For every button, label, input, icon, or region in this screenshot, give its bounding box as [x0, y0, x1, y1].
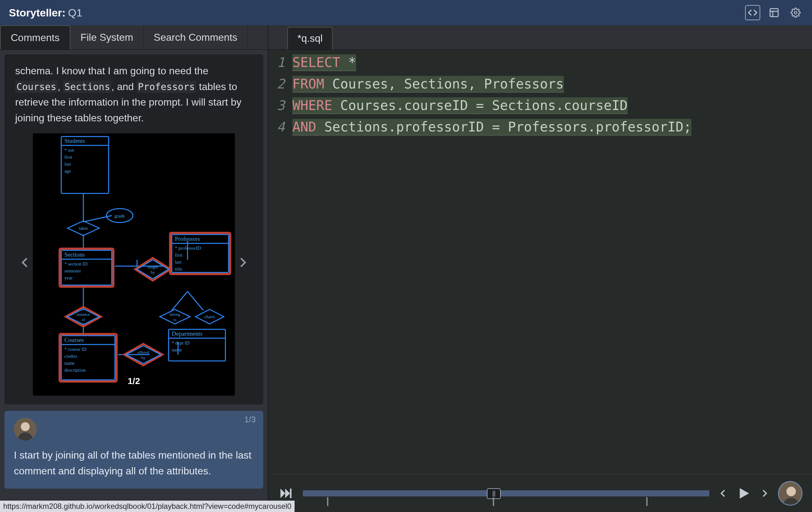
tab-filesystem[interactable]: File System — [70, 25, 144, 49]
step-back-icon[interactable] — [719, 487, 728, 500]
blog-view-icon[interactable] — [766, 5, 782, 20]
svg-text:taught: taught — [148, 265, 158, 269]
svg-point-73 — [21, 422, 30, 431]
comment-text: I start by joining all of the tables men… — [14, 448, 254, 479]
svg-rect-0 — [770, 8, 778, 17]
svg-text:* course ID: * course ID — [64, 347, 87, 352]
carousel-next-icon[interactable] — [233, 251, 252, 279]
svg-text:by: by — [141, 355, 146, 360]
svg-text:* dept ID: * dept ID — [172, 341, 190, 346]
comment-counter: 1/3 — [244, 415, 256, 425]
svg-marker-74 — [280, 489, 285, 498]
left-tabs: Comments File System Search Comments — [0, 25, 268, 50]
file-tabs: *q.sql — [268, 25, 812, 50]
svg-text:first: first — [175, 252, 183, 258]
svg-text:offered: offered — [137, 350, 149, 355]
svg-marker-75 — [285, 489, 290, 498]
header-toolbar — [745, 5, 803, 20]
step-forward-icon[interactable] — [760, 487, 769, 500]
svg-text:semester: semester — [64, 268, 81, 273]
carousel-pager: 1/2 — [128, 376, 140, 386]
svg-point-79 — [786, 487, 796, 496]
comment-card-active[interactable]: 1/3 I start by joining all of the tables… — [4, 411, 263, 488]
svg-marker-56 — [137, 260, 169, 279]
svg-text:by: by — [151, 270, 155, 275]
svg-point-3 — [794, 11, 797, 14]
svg-text:year: year — [64, 275, 72, 280]
status-url: https://markm208.github.io/workedsqlbook… — [0, 501, 295, 512]
svg-rect-76 — [290, 489, 291, 498]
line-gutter: 1234 — [268, 52, 288, 474]
svg-text:first: first — [64, 155, 72, 160]
svg-text:* section ID: * section ID — [64, 261, 87, 266]
svg-text:* professorID: * professorID — [175, 246, 201, 251]
svg-text:Sections: Sections — [64, 251, 85, 258]
svg-text:age: age — [64, 168, 71, 173]
svg-marker-55 — [135, 258, 171, 281]
svg-text:name: name — [64, 360, 75, 366]
svg-text:last: last — [175, 260, 182, 265]
comment-text: schema. I know that I am going to need t… — [15, 63, 253, 126]
app-header: Storyteller: Q1 — [0, 0, 812, 25]
progress-track[interactable] — [302, 490, 710, 497]
play-icon[interactable] — [737, 486, 751, 500]
er-diagram-image[interactable]: Students* ssnfirstlastageSections* secti… — [33, 133, 235, 396]
svg-text:last: last — [64, 162, 71, 166]
carousel-prev-icon[interactable] — [16, 251, 35, 279]
svg-text:description: description — [64, 368, 86, 373]
svg-text:of: of — [82, 317, 86, 322]
svg-text:to: to — [173, 318, 176, 322]
playback-bar — [268, 474, 812, 512]
author-avatar[interactable] — [778, 481, 803, 506]
svg-text:credits: credits — [64, 354, 77, 359]
svg-text:takes: takes — [79, 226, 88, 231]
comment-card: schema. I know that I am going to need t… — [4, 54, 263, 405]
app-subtitle: Q1 — [68, 7, 82, 19]
svg-marker-60 — [67, 309, 99, 325]
file-tab[interactable]: *q.sql — [287, 27, 333, 49]
svg-text:chairs: chairs — [204, 315, 215, 319]
svg-line-15 — [187, 291, 203, 311]
svg-line-14 — [172, 291, 187, 311]
tab-comments[interactable]: Comments — [0, 25, 70, 49]
svg-text:name: name — [172, 347, 182, 352]
svg-text:Courses: Courses — [64, 336, 84, 343]
code-view-icon[interactable] — [745, 5, 760, 20]
skip-forward-icon[interactable] — [278, 487, 294, 500]
left-panel: Comments File System Search Comments sch… — [0, 25, 268, 512]
tab-search[interactable]: Search Comments — [144, 25, 248, 49]
svg-text:Students: Students — [64, 137, 85, 144]
svg-text:* ssn: * ssn — [64, 147, 74, 153]
code-content: SELECT *FROM Courses, Sections, Professo… — [288, 52, 691, 474]
gear-icon[interactable] — [788, 5, 803, 20]
avatar — [14, 418, 37, 440]
comments-list: schema. I know that I am going to need t… — [0, 50, 268, 512]
svg-text:belong: belong — [170, 312, 180, 317]
editor-panel: *q.sql 1234 SELECT *FROM Courses, Sectio… — [268, 25, 812, 512]
svg-text:Professors: Professors — [175, 236, 200, 242]
app-title: Storyteller: — [9, 7, 66, 19]
svg-text:instance: instance — [77, 312, 90, 317]
svg-text:grade: grade — [114, 213, 125, 218]
svg-text:title: title — [175, 266, 182, 271]
svg-marker-77 — [740, 488, 749, 498]
progress-ticks — [315, 497, 709, 507]
svg-text:Departments: Departments — [172, 330, 202, 337]
code-editor[interactable]: 1234 SELECT *FROM Courses, Sections, Pro… — [268, 50, 812, 474]
